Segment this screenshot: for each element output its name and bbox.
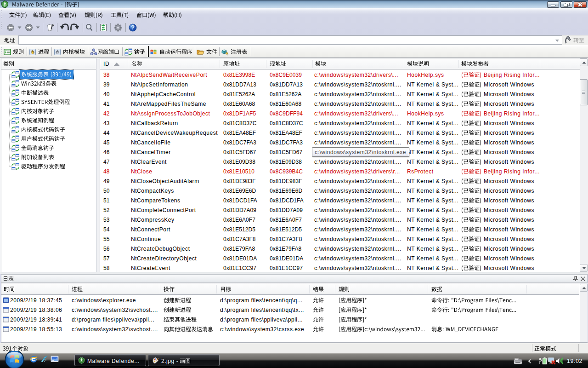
svg-text:?: ?: [131, 24, 135, 31]
